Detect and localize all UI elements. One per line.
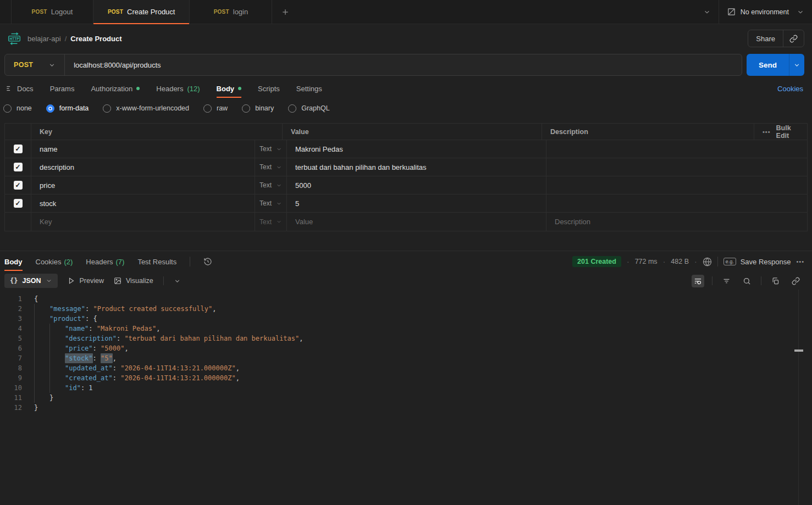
format-dropdown[interactable]: {} JSON <box>4 274 58 288</box>
row-description-placeholder[interactable]: Description <box>546 213 807 231</box>
tab-body[interactable]: Body <box>217 77 242 100</box>
row-key[interactable]: price <box>31 176 255 194</box>
globe-icon[interactable] <box>703 257 712 267</box>
dot-separator: · <box>627 257 629 266</box>
row-checkbox[interactable]: ✓ <box>14 181 23 190</box>
response-more-button[interactable]: ••• <box>796 258 804 265</box>
response-size[interactable]: 482 B <box>671 258 689 265</box>
line-number: 8 <box>0 363 22 373</box>
tab-params[interactable]: Params <box>50 77 75 100</box>
row-checkbox[interactable]: ✓ <box>14 163 23 171</box>
response-code[interactable]: 1{2"message": "Product created successfu… <box>0 290 812 505</box>
request-tabs: Docs Params Authorization Headers (12) B… <box>0 77 812 100</box>
tab-headers[interactable]: Headers (12) <box>156 77 200 100</box>
preview-button[interactable]: Preview <box>68 277 104 285</box>
row-description[interactable] <box>546 140 807 158</box>
row-type-dropdown[interactable]: Text <box>255 195 287 212</box>
mode-form-data[interactable]: form-data <box>46 104 89 113</box>
indent-guide <box>49 373 65 383</box>
row-key[interactable]: name <box>31 140 255 158</box>
method-dropdown[interactable]: POST <box>5 54 65 75</box>
preview-play-icon <box>68 277 75 285</box>
environment-selector[interactable]: No environment <box>719 0 812 24</box>
format-options-button[interactable] <box>174 278 181 285</box>
scrollbar-track[interactable] <box>798 290 799 505</box>
send-button[interactable]: Send <box>747 54 789 76</box>
copy-icon[interactable] <box>769 275 782 287</box>
request-tab-logout[interactable]: POST Logout <box>11 0 93 24</box>
history-icon[interactable] <box>203 257 212 266</box>
row-key-placeholder[interactable]: Key <box>31 213 255 231</box>
divider <box>712 276 712 285</box>
row-value[interactable]: 5 <box>287 195 546 212</box>
row-description[interactable] <box>546 158 807 176</box>
response-tab-body[interactable]: Body <box>4 251 23 272</box>
indent-guide <box>34 324 49 334</box>
mode-graphql[interactable]: GraphQL <box>288 104 329 113</box>
row-value[interactable]: 5000 <box>287 176 546 194</box>
row-checkbox[interactable]: ✓ <box>14 145 23 153</box>
share-button[interactable]: Share <box>748 30 783 47</box>
cookies-link[interactable]: Cookies <box>777 85 807 93</box>
form-data-table: Key Value Description ••• Bulk Edit ✓ na… <box>4 123 808 231</box>
row-type-dropdown[interactable]: Text <box>255 140 287 158</box>
request-tab-create-product[interactable]: POST Create Product <box>93 0 190 24</box>
row-value[interactable]: Makroni Pedas <box>287 140 546 158</box>
type-label: Text <box>259 199 272 207</box>
row-type-dropdown[interactable]: Text <box>255 176 287 194</box>
type-label: Text <box>259 145 272 153</box>
copy-link-button[interactable] <box>783 30 804 47</box>
url-input[interactable] <box>65 54 742 75</box>
method-badge: POST <box>108 9 123 15</box>
mode-binary[interactable]: binary <box>242 104 274 113</box>
tab-scripts[interactable]: Scripts <box>258 77 280 100</box>
bulk-edit-button[interactable]: ••• Bulk Edit <box>754 124 807 140</box>
save-response-button[interactable]: e.g. Save Response <box>723 258 791 266</box>
response-tab-cookies[interactable]: Cookies (2) <box>36 251 73 272</box>
tab-docs[interactable]: Docs <box>5 77 34 100</box>
wrap-text-button[interactable] <box>692 275 704 287</box>
tab-label: Params <box>50 85 75 93</box>
radio-icon <box>242 104 250 113</box>
breadcrumb-collection[interactable]: belajar-api <box>27 35 61 43</box>
row-value[interactable]: terbuat dari bahan pilihan dan berkualit… <box>287 158 546 176</box>
request-tab-login[interactable]: POST login <box>190 0 272 24</box>
table-row: ✓ name Text Makroni Pedas <box>5 140 807 158</box>
tab-settings[interactable]: Settings <box>296 77 322 100</box>
row-description[interactable] <box>546 176 807 194</box>
tab-authorization[interactable]: Authorization <box>91 77 140 100</box>
row-checkbox[interactable]: ✓ <box>14 199 23 208</box>
search-icon[interactable] <box>741 275 753 287</box>
mode-x-www-form-urlencoded[interactable]: x-www-form-urlencoded <box>103 104 189 113</box>
scrollbar-selection-marker[interactable] <box>794 349 803 352</box>
status-badge[interactable]: 201 Created <box>572 256 621 267</box>
indent-guide <box>49 343 65 353</box>
breadcrumb-request-name[interactable]: Create Product <box>70 35 121 43</box>
visualize-button[interactable]: Visualize <box>114 277 153 285</box>
sidebar-toggle-button[interactable] <box>695 8 719 16</box>
code-line: 5"description": "terbuat dari bahan pili… <box>0 334 812 343</box>
type-label: Text <box>259 181 272 189</box>
line-number: 5 <box>0 334 22 343</box>
add-tab-button[interactable] <box>272 0 299 24</box>
response-tab-headers[interactable]: Headers (7) <box>86 251 124 272</box>
response-time[interactable]: 772 ms <box>635 258 658 265</box>
mode-none[interactable]: none <box>3 104 32 113</box>
send-options-button[interactable] <box>789 54 804 76</box>
row-type-dropdown[interactable]: Text <box>255 158 287 176</box>
row-description[interactable] <box>546 195 807 212</box>
row-key[interactable]: description <box>31 158 255 176</box>
save-response-label: Save Response <box>741 258 791 266</box>
format-label: JSON <box>22 277 41 285</box>
response-tab-test-results[interactable]: Test Results <box>137 251 176 272</box>
row-value-placeholder[interactable]: Value <box>287 213 546 231</box>
row-key[interactable]: stock <box>31 195 255 212</box>
mode-raw[interactable]: raw <box>203 104 228 113</box>
tab-count: (12) <box>187 85 200 93</box>
code-token-punct: } <box>34 403 38 413</box>
more-dots-icon: ••• <box>763 129 771 135</box>
link-icon[interactable] <box>789 275 802 287</box>
filter-icon[interactable] <box>720 275 733 287</box>
code-token-str: "2026-04-11T14:13:21.000000Z" <box>120 363 236 373</box>
row-type-dropdown[interactable]: Text <box>255 213 287 231</box>
